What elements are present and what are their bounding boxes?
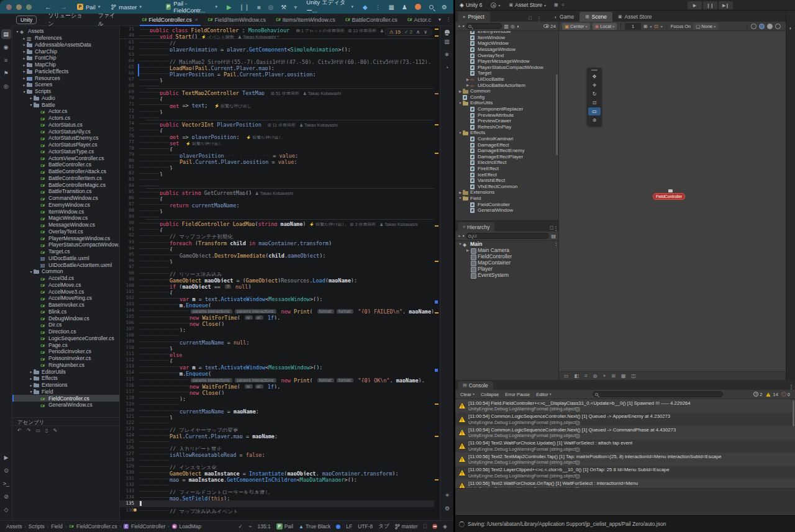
editor-tab-field-itemwindow-cs[interactable]: C#Field/ItemWindow.cs	[203, 14, 271, 26]
history-icon[interactable]: ◔	[442, 63, 452, 73]
tree-item[interactable]: ▸CharChip	[12, 48, 119, 55]
menu-solution[interactable]: ソリューション	[42, 12, 91, 28]
expand-arrow-icon[interactable]: ▸	[29, 383, 34, 387]
tree-item[interactable]: ActorStatus.cs	[12, 122, 119, 128]
layout-icon[interactable]: ▦	[389, 4, 394, 11]
expand-arrow-icon[interactable]: ▶	[458, 191, 463, 194]
stripe-mark[interactable]	[435, 124, 438, 125]
code-line-87[interactable]: 87—————————return currentMapName;	[120, 201, 440, 207]
code-line-80[interactable]: 80————————————Pail.Current.Player.positi…	[120, 158, 440, 164]
undo-icon[interactable]: ↶	[17, 428, 22, 433]
tree-item[interactable]: OverlayText	[455, 52, 558, 58]
tree-item[interactable]: ▸Audio	[12, 95, 119, 102]
tree-item[interactable]: ▶Extensions	[455, 189, 558, 196]
encoding[interactable]: UTF-8	[358, 523, 373, 530]
kebab-icon[interactable]: ⋮	[554, 241, 558, 246]
code-line-99[interactable]: 99—————————GameObject mapObject = (GameO…	[120, 276, 440, 282]
tree-item[interactable]: PeriodicInvoker.cs	[12, 348, 119, 355]
code-line-102[interactable]: 102————————————var m = text.ActivateWind…	[120, 295, 440, 301]
expand-arrow-icon[interactable]: ▾	[29, 102, 34, 107]
tree-item[interactable]: ▶Main Camera	[455, 247, 558, 253]
code-line-63[interactable]: 63—————————	[120, 52, 440, 58]
code-line-105[interactable]: 105———————————————new WaitForTime( w:w: …	[120, 313, 440, 320]
tree-item[interactable]: Config	[455, 94, 558, 101]
tree-item[interactable]: ActorStatusEnemy.cs	[12, 135, 119, 142]
code-line-127[interactable]: 127—————————isAllowRepeatableRead = fals…	[120, 451, 440, 457]
tree-item[interactable]: ▸Effects	[12, 375, 119, 382]
code-line-104[interactable]: 104———————————————params interactions:pa…	[120, 307, 440, 313]
gizmos-toggle[interactable]	[775, 24, 781, 29]
window-controls[interactable]	[6, 4, 32, 10]
tree-item[interactable]: PlayerMessageWindow	[455, 58, 558, 65]
code-line-111[interactable]: 111—————————else	[120, 351, 440, 357]
minimize-window-icon[interactable]	[16, 4, 22, 10]
close-window-icon[interactable]	[6, 4, 12, 10]
stripe-mark[interactable]	[435, 300, 438, 304]
console-detail-pane[interactable]	[455, 488, 795, 515]
warning-filter-toggle[interactable]: 14	[765, 392, 778, 397]
redo-icon[interactable]: ↷	[27, 428, 31, 433]
tree-item[interactable]: BattleTransition.cs	[12, 188, 119, 195]
orientation-button[interactable]: ◉ Local▾	[593, 23, 617, 30]
edit-icon[interactable]: ✎	[53, 428, 57, 433]
tree-item[interactable]: UIDocBattleActorItem.uxml	[12, 261, 119, 268]
code-line-91[interactable]: 91——————{	[120, 226, 440, 232]
code-line-106[interactable]: 106———————————————new Close()	[120, 320, 440, 326]
find-icon[interactable]: ◎	[1, 81, 11, 91]
tab-options-kebab-icon[interactable]: ⋮	[443, 17, 453, 22]
code-line-130[interactable]: 130—————————GameObject mapInstance = Ins…	[120, 469, 440, 476]
tree-item[interactable]: Page.cs	[12, 341, 119, 348]
tree-item[interactable]: PreviewDrawer	[455, 118, 558, 124]
tree-item[interactable]: AccelMoveRing.cs	[12, 295, 119, 302]
expand-arrow-icon[interactable]: ▸	[29, 376, 34, 381]
expand-arrow-icon[interactable]: ▸	[22, 63, 27, 67]
lock-icon[interactable]: ⎕	[424, 523, 427, 530]
account-menu[interactable]: A ▾	[491, 2, 500, 8]
code-line-101[interactable]: 101—————————{	[120, 289, 440, 295]
pivot-mode-button[interactable]: ▣ Center▾	[562, 23, 590, 30]
tab-game[interactable]: ◐ Game	[549, 12, 579, 22]
commit-icon[interactable]: ◉	[1, 42, 11, 52]
scene-bottom-tool[interactable]: ⊞	[611, 373, 616, 379]
forward-icon[interactable]: →	[60, 3, 67, 11]
error-filter-toggle[interactable]: !0	[781, 392, 790, 397]
tree-item[interactable]: ▸Resources	[12, 74, 119, 81]
tab-asset-store[interactable]: ▣ Asset Store	[612, 12, 658, 22]
kebab-icon[interactable]: ⋮	[534, 16, 544, 22]
tree-item[interactable]: ComponentReplacer	[455, 106, 558, 112]
code-line-66[interactable]: 66—————————PlayerPosition = Pail.Current…	[120, 70, 440, 76]
expand-arrow-icon[interactable]: ▸	[29, 96, 34, 100]
kebab-icon[interactable]: ⋮	[553, 225, 559, 232]
build-button[interactable]: ⚒	[281, 4, 286, 11]
assembly-header[interactable]: アセンブリ	[12, 417, 119, 426]
code-line-132[interactable]: 132—————————	[120, 482, 440, 488]
project-selector[interactable]: P Pail▾	[77, 4, 100, 11]
tree-item[interactable]: FireEffect	[455, 166, 558, 172]
console-search[interactable]	[593, 391, 723, 397]
color-scheme-widget[interactable]: ▲ True Black	[299, 523, 330, 530]
code-line-97[interactable]: 97—————————	[120, 264, 440, 270]
run-button[interactable]: ▶	[227, 4, 232, 11]
stop-button[interactable]: ■	[257, 4, 261, 11]
branch-selector[interactable]: master▾	[111, 4, 142, 11]
tree-item[interactable]: CommandWindow.cs	[12, 195, 119, 202]
tree-item[interactable]: ▾Field	[12, 389, 119, 395]
maximize-window-icon[interactable]	[26, 4, 32, 10]
archive-icon[interactable]: ▦	[554, 2, 558, 7]
line-ending[interactable]: LF	[346, 523, 352, 530]
tree-item[interactable]: ▸ParticleEffects	[12, 68, 119, 75]
tree-item[interactable]: Accel3d.cs	[12, 275, 119, 282]
copy-icon[interactable]: ▭	[35, 428, 40, 433]
search-icon[interactable]	[429, 5, 434, 9]
add-asset-button[interactable]: +	[458, 24, 461, 29]
transform-tool-icon[interactable]: ⊛	[588, 116, 601, 124]
code-line-85[interactable]: 85——————public string GetCurrentMap() ♟ …	[120, 189, 440, 195]
scene-lighting-toggle[interactable]	[751, 24, 756, 29]
step-button[interactable]: ▶❙	[719, 1, 733, 9]
tree-item[interactable]: ControlKaminari	[455, 136, 558, 142]
network-icon[interactable]: ⌗	[562, 2, 565, 7]
add-chevron-icon[interactable]: ▾	[463, 234, 465, 238]
scene-object-label[interactable]: FieldController	[653, 193, 685, 200]
expand-arrow-icon[interactable]: ▼	[458, 196, 463, 200]
tree-item[interactable]: ItemWindow.cs	[12, 208, 119, 215]
